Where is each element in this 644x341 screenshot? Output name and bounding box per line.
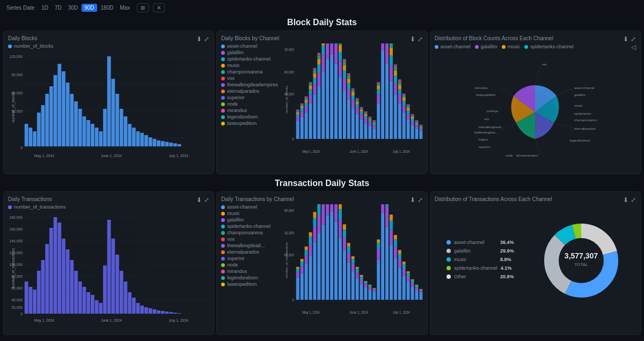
legend-item: legendsreborn (221, 275, 280, 280)
period-btn-7d[interactable]: 7D (52, 4, 64, 12)
settings-icon-btn[interactable]: ⊞ (137, 3, 149, 12)
svg-rect-188 (364, 112, 368, 113)
legend-item: mirandus (221, 269, 280, 274)
download-icon-3[interactable]: ⬇ (623, 35, 628, 43)
svg-rect-337 (49, 228, 53, 314)
svg-rect-30 (83, 116, 86, 146)
svg-rect-444 (356, 269, 359, 272)
daily-transactions-title: Daily Transactions (8, 196, 209, 202)
svg-rect-487 (402, 269, 406, 276)
expand-icon-2[interactable]: ⤢ (418, 35, 423, 43)
polar-expand-icon[interactable]: ◁ (631, 43, 636, 51)
svg-text:pokergo: pokergo (487, 109, 499, 113)
svg-rect-197 (373, 128, 376, 139)
legend-item: asset-channel (221, 204, 280, 210)
svg-rect-105 (313, 68, 317, 69)
expand-icon-3[interactable]: ⤢ (631, 35, 636, 43)
svg-rect-207 (377, 86, 380, 90)
svg-rect-405 (313, 212, 317, 218)
polar-chart-svg: rep asset-channel galafilm music spidert… (473, 56, 597, 163)
svg-rect-166 (352, 90, 355, 92)
svg-rect-27 (70, 94, 74, 146)
download-icon[interactable]: ⬇ (196, 35, 202, 43)
svg-rect-496 (411, 280, 414, 283)
svg-rect-341 (66, 249, 70, 314)
donut-legend-item: asset-channel36.4% (447, 240, 514, 245)
svg-rect-41 (128, 124, 131, 146)
svg-rect-253 (407, 120, 410, 139)
svg-rect-99 (313, 94, 317, 139)
svg-rect-44 (140, 133, 144, 146)
svg-text:July 1, 2024: July 1, 2024 (393, 310, 411, 314)
svg-rect-261 (411, 121, 414, 125)
daily-blocks-legend-label: number_of_blocks (14, 43, 54, 49)
svg-rect-345 (83, 287, 86, 314)
svg-rect-161 (347, 73, 350, 75)
svg-rect-275 (420, 129, 423, 131)
period-btn-180d[interactable]: 180D (98, 4, 116, 12)
svg-rect-100 (313, 84, 317, 94)
close-icon-btn[interactable]: ✕ (153, 3, 165, 12)
svg-rect-127 (330, 55, 333, 139)
svg-rect-332 (28, 287, 32, 314)
distribution-block-card: Distribution of Block Counts Across Each… (430, 31, 641, 174)
svg-rect-219 (385, 43, 389, 63)
period-btn-max[interactable]: Max (117, 4, 133, 12)
svg-text:music: music (574, 104, 583, 107)
svg-rect-454 (369, 290, 372, 300)
expand-icon[interactable]: ⤢ (204, 35, 209, 43)
svg-rect-115 (322, 46, 325, 55)
svg-rect-397 (305, 247, 308, 250)
svg-rect-79 (301, 112, 304, 117)
svg-rect-50 (165, 142, 169, 146)
svg-rect-439 (352, 263, 355, 271)
svg-text:June 1, 2024: June 1, 2024 (350, 150, 369, 153)
legend-item: championsarena (221, 230, 280, 235)
expand-icon-6[interactable]: ⤢ (631, 196, 636, 204)
svg-rect-266 (411, 114, 414, 115)
svg-rect-270 (415, 123, 419, 124)
svg-rect-36 (107, 56, 111, 146)
svg-rect-194 (369, 118, 372, 120)
svg-rect-479 (394, 247, 397, 258)
svg-rect-480 (394, 240, 397, 247)
svg-text:number_of_blocks: number_of_blocks (12, 92, 16, 123)
svg-rect-346 (86, 292, 90, 314)
svg-rect-144 (339, 45, 342, 52)
svg-rect-414 (326, 216, 330, 300)
svg-rect-235 (394, 71, 397, 76)
svg-rect-499 (415, 287, 419, 290)
svg-rect-204 (377, 103, 380, 139)
download-icon-5[interactable]: ⬇ (410, 196, 415, 204)
svg-rect-163 (352, 100, 355, 108)
svg-text:championsarena: championsarena (574, 118, 597, 122)
svg-rect-202 (373, 121, 376, 122)
svg-rect-160 (347, 74, 350, 76)
period-btn-30d[interactable]: 30D (65, 4, 80, 12)
period-btn-1d[interactable]: 1D (39, 4, 51, 12)
svg-rect-225 (390, 81, 393, 139)
svg-line-289 (535, 139, 540, 155)
download-icon-2[interactable]: ⬇ (410, 35, 415, 43)
expand-icon-5[interactable]: ⤢ (418, 196, 423, 204)
svg-rect-460 (373, 289, 376, 290)
svg-rect-192 (369, 120, 372, 122)
svg-rect-395 (305, 255, 308, 264)
period-btn-90d[interactable]: 90D (82, 4, 97, 12)
download-icon-6[interactable]: ⬇ (623, 196, 628, 204)
svg-rect-94 (309, 89, 312, 94)
svg-rect-51 (169, 143, 173, 146)
svg-rect-32 (91, 124, 94, 146)
svg-rect-486 (402, 276, 406, 300)
download-icon-4[interactable]: ⬇ (196, 196, 202, 204)
svg-rect-155 (347, 99, 350, 139)
svg-rect-336 (45, 244, 49, 314)
svg-rect-177 (360, 114, 363, 120)
distribution-tx-card: Distribution of Transactions Across Each… (430, 191, 641, 335)
tx-channel-chart: 180,000 120,000 60,000 0 May 1, 2024 Jun… (284, 204, 422, 322)
daily-blocks-channel-title: Daily Blocks by Channel (221, 35, 422, 41)
svg-rect-388 (296, 269, 299, 272)
expand-icon-4[interactable]: ⤢ (204, 196, 209, 204)
svg-rect-448 (360, 277, 363, 279)
svg-rect-169 (356, 114, 359, 139)
